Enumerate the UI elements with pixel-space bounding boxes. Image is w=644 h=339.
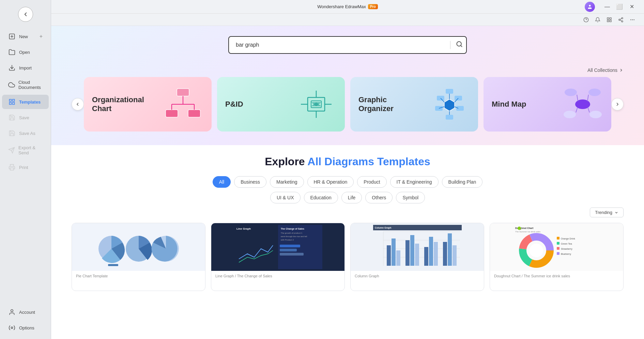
template-label-pie: Pie Chart Template: [76, 274, 108, 278]
filter-hr[interactable]: HR & Operation: [307, 176, 354, 188]
sidebar-item-save-label: Save: [19, 115, 29, 120]
sidebar-item-import-label: Import: [19, 65, 32, 71]
template-card-line[interactable]: Line Graph The Change of Sales The growt…: [211, 223, 345, 291]
org-chart-icon: [163, 84, 203, 125]
template-card-column[interactable]: Column Graph: [350, 223, 484, 291]
sort-dropdown[interactable]: Trending: [590, 207, 624, 217]
filter-life[interactable]: Life: [341, 192, 362, 203]
sidebar-item-cloud[interactable]: Cloud Documents: [2, 76, 49, 93]
filter-it[interactable]: IT & Engineering: [390, 176, 439, 188]
carousel-card-org-chart[interactable]: Organizational Chart: [84, 77, 212, 132]
minimize-button[interactable]: —: [602, 1, 613, 12]
svg-rect-96: [434, 242, 438, 266]
svg-rect-78: [280, 245, 300, 247]
sidebar-item-export-label: Export & Send: [18, 145, 43, 155]
carousel-card-mind-map[interactable]: Mind Map: [484, 77, 611, 132]
help-icon-btn[interactable]: [581, 15, 591, 25]
sidebar-item-saveas-label: Save As: [19, 131, 35, 136]
filter-business[interactable]: Business: [234, 176, 266, 188]
svg-rect-107: [557, 237, 559, 240]
svg-point-59: [565, 89, 577, 96]
sidebar-item-options-label: Options: [19, 325, 34, 330]
svg-rect-19: [610, 20, 611, 22]
filter-row-2: UI & UX Education Life Others Symbol: [72, 192, 624, 203]
print-icon: [8, 164, 16, 171]
carousel-prev-button[interactable]: [72, 98, 84, 110]
grid-icon-btn[interactable]: [604, 15, 614, 25]
svg-text:The growth of product 1: The growth of product 1: [281, 232, 303, 234]
sidebar-item-import[interactable]: Import: [2, 61, 49, 75]
sidebar-item-new[interactable]: New +: [2, 29, 49, 44]
sidebar-item-account[interactable]: Account: [2, 305, 49, 319]
maximize-button[interactable]: ⬜: [614, 1, 625, 12]
svg-point-63: [564, 111, 576, 118]
svg-rect-79: [280, 249, 297, 251]
back-button[interactable]: [18, 7, 33, 22]
sort-row: Trending: [72, 207, 624, 217]
template-card-pie[interactable]: Pie Chart Template: [72, 223, 205, 291]
filter-education[interactable]: Education: [304, 192, 338, 203]
explore-title-plain: Explore: [265, 155, 307, 168]
svg-text:The Summer ice drink sales: The Summer ice drink sales: [515, 231, 540, 233]
carousel-card-pid[interactable]: P&ID: [217, 77, 345, 132]
sidebar-item-options[interactable]: Options: [2, 321, 49, 335]
sidebar-item-open[interactable]: Open: [2, 45, 49, 59]
sidebar-item-print-label: Print: [19, 165, 28, 170]
svg-rect-109: [557, 242, 559, 245]
user-avatar[interactable]: [585, 2, 595, 12]
pro-badge: Pro: [368, 4, 378, 9]
filter-marketing[interactable]: Marketing: [270, 176, 304, 188]
svg-line-24: [620, 18, 622, 19]
svg-text:Blueberry: Blueberry: [561, 253, 571, 256]
sidebar-item-templates[interactable]: Templates: [2, 95, 49, 109]
sidebar-item-cloud-label: Cloud Documents: [18, 80, 43, 90]
notification-icon-btn[interactable]: [593, 15, 602, 25]
explore-title-highlight: All Diagrams Templates: [307, 155, 430, 168]
filter-all[interactable]: All: [213, 176, 231, 188]
template-preview-doughnut: Doughnut Chart The Summer ice drink sale…: [490, 223, 623, 271]
share-icon-btn[interactable]: [616, 15, 626, 25]
filter-building[interactable]: Building Plan: [442, 176, 483, 188]
svg-point-65: [589, 111, 602, 118]
svg-text:Line Graph: Line Graph: [236, 227, 251, 230]
cloud-icon: [8, 81, 15, 89]
carousel-card-graphic-organizer[interactable]: Graphic Organizer: [350, 77, 478, 132]
template-card-doughnut[interactable]: Doughnut Chart The Summer ice drink sale…: [490, 223, 624, 291]
filter-ui[interactable]: UI & UX: [270, 192, 301, 203]
template-label-line: Line Graph / The Change of Sales: [215, 274, 272, 278]
carousel-card-mind-map-title: Mind Map: [492, 100, 526, 109]
mind-map-icon: [562, 84, 603, 125]
carousel-next-button[interactable]: [611, 98, 624, 110]
template-label-column: Column Graph: [355, 274, 379, 278]
pid-icon: [296, 84, 337, 125]
close-button[interactable]: ✕: [626, 1, 637, 12]
carousel-items: Organizational Chart: [84, 77, 611, 132]
filter-others[interactable]: Others: [365, 192, 393, 203]
svg-rect-92: [410, 235, 414, 266]
sort-label: Trending: [595, 210, 612, 215]
filter-product[interactable]: Product: [357, 176, 386, 188]
saveas-icon: [8, 129, 16, 137]
search-button[interactable]: [456, 41, 463, 49]
all-collections-label: All Collections: [587, 67, 617, 73]
search-input[interactable]: [228, 36, 467, 54]
template-preview-line: Line Graph The Change of Sales The growt…: [211, 223, 344, 271]
sidebar-item-saveas: Save As: [2, 126, 49, 140]
all-collections-link[interactable]: All Collections: [587, 67, 624, 73]
svg-text:Strawberry: Strawberry: [561, 248, 572, 250]
svg-rect-18: [607, 20, 609, 22]
graphic-organizer-icon: [429, 84, 470, 125]
svg-rect-5: [13, 99, 15, 102]
titlebar: Wondershare EdrawMax Pro — ⬜ ✕: [51, 0, 644, 14]
svg-text:Orange Drink: Orange Drink: [561, 237, 575, 240]
more-icon-btn[interactable]: [628, 15, 637, 25]
svg-rect-97: [443, 242, 447, 266]
svg-line-23: [620, 20, 622, 21]
svg-line-62: [587, 95, 588, 101]
svg-rect-94: [424, 247, 428, 266]
filter-symbol[interactable]: Symbol: [396, 192, 425, 203]
svg-rect-31: [166, 110, 178, 117]
template-preview-column: Column Graph: [351, 223, 484, 271]
filter-row-1: All Business Marketing HR & Operation Pr…: [72, 176, 624, 188]
import-icon: [8, 64, 16, 72]
